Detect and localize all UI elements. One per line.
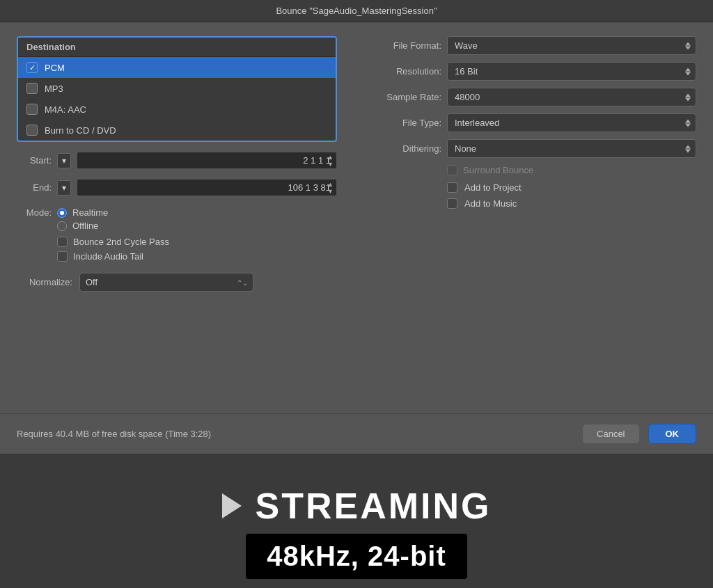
end-down-arrow[interactable]: ▼: [327, 188, 334, 194]
streaming-section: STREAMING 48kHz, 24-bit: [0, 454, 713, 588]
play-button[interactable]: [222, 493, 242, 518]
end-spinner[interactable]: ▲ ▼: [327, 181, 334, 194]
sample-rate-select-wrapper: 44100 48000 96000 192000: [447, 88, 696, 106]
end-dropdown-button[interactable]: ▾: [57, 180, 71, 196]
surround-bounce-row: Surround Bounce: [447, 165, 696, 175]
dithering-select-wrapper: None POW-r 1 POW-r 2 POW-r 3: [447, 139, 696, 158]
offline-row: Offline: [57, 221, 337, 231]
end-label: End:: [17, 182, 52, 193]
add-to-project-row: Add to Project: [447, 182, 696, 193]
bounce2nd-label: Bounce 2nd Cycle Pass: [73, 237, 169, 247]
main-dialog: Destination ✓ PCM MP3 M4A: AAC: [0, 22, 713, 454]
destination-header: Destination: [18, 38, 336, 57]
start-spinner[interactable]: ▲ ▼: [327, 154, 334, 167]
destination-burncd[interactable]: Burn to CD / DVD: [18, 120, 336, 141]
normalize-row: Normalize: Off On: [17, 273, 337, 292]
sample-rate-select[interactable]: 44100 48000 96000 192000: [447, 88, 696, 106]
mode-offline-radio[interactable]: [57, 221, 67, 231]
button-group: Cancel OK: [582, 424, 696, 444]
start-row: Start: ▾ 2 1 1 1 ▲ ▼: [17, 152, 337, 169]
end-up-arrow[interactable]: ▲: [327, 181, 334, 187]
streaming-row: STREAMING: [222, 485, 492, 527]
normalize-label: Normalize:: [17, 277, 72, 287]
resolution-select[interactable]: 16 Bit 24 Bit 32 Bit: [447, 62, 696, 81]
surround-bounce-checkbox[interactable]: [447, 165, 457, 175]
file-type-row: File Type: Interleaved Split: [365, 113, 696, 132]
checkbox-options: Bounce 2nd Cycle Pass Include Audio Tail: [57, 237, 337, 262]
add-to-music-row: Add to Music: [447, 198, 696, 209]
sample-rate-row: Sample Rate: 44100 48000 96000 192000: [365, 88, 696, 106]
surround-bounce-label: Surround Bounce: [463, 165, 533, 175]
radio-dot-realtime: [60, 211, 64, 215]
file-format-row: File Format: Wave AIFF CAF: [365, 36, 696, 55]
audiotail-label: Include Audio Tail: [73, 251, 143, 262]
dithering-select[interactable]: None POW-r 1 POW-r 2 POW-r 3: [447, 139, 696, 158]
audiotail-row: Include Audio Tail: [57, 251, 337, 262]
normalize-select-wrapper: Off On: [79, 273, 253, 292]
end-row: End: ▾ 106 1 3 81 ▲ ▼: [17, 179, 337, 196]
destination-burncd-label: Burn to CD / DVD: [45, 125, 116, 136]
file-type-select[interactable]: Interleaved Split: [447, 113, 696, 132]
ok-button[interactable]: OK: [648, 424, 697, 444]
start-value-box[interactable]: 2 1 1 1 ▲ ▼: [77, 152, 337, 169]
normalize-select[interactable]: Off On: [79, 273, 253, 292]
add-to-project-checkbox[interactable]: [447, 182, 457, 193]
dithering-label: Dithering:: [365, 143, 441, 154]
start-up-arrow[interactable]: ▲: [327, 154, 334, 160]
start-label: Start:: [17, 155, 52, 166]
start-value: 2 1 1 1: [303, 155, 331, 166]
left-panel: Destination ✓ PCM MP3 M4A: AAC: [17, 36, 337, 292]
destination-pcm[interactable]: ✓ PCM: [18, 57, 336, 78]
mode-row: Mode: Realtime: [17, 207, 337, 218]
cancel-button[interactable]: Cancel: [582, 424, 639, 444]
mode-realtime-label: Realtime: [72, 207, 108, 218]
start-down-arrow[interactable]: ▼: [327, 161, 334, 167]
mode-realtime-radio[interactable]: [57, 208, 67, 218]
add-to-music-label: Add to Music: [464, 198, 517, 209]
file-format-select-wrapper: Wave AIFF CAF: [447, 36, 696, 55]
file-type-select-wrapper: Interleaved Split: [447, 113, 696, 132]
streaming-label: STREAMING: [256, 485, 492, 527]
bounce2nd-row: Bounce 2nd Cycle Pass: [57, 237, 337, 247]
file-format-select[interactable]: Wave AIFF CAF: [447, 36, 696, 55]
mode-offline-label: Offline: [72, 221, 98, 231]
destination-m4a-label: M4A: AAC: [45, 104, 86, 115]
bounce2nd-checkbox[interactable]: [57, 237, 68, 247]
mode-section: Mode: Realtime Offline Bounce 2nd Cycle …: [17, 207, 337, 262]
start-dropdown-button[interactable]: ▾: [57, 153, 71, 168]
disk-space-info: Requires 40.4 MB of free disk space (Tim…: [17, 429, 211, 439]
checkmark-pcm: ✓: [29, 63, 36, 72]
checkbox-burncd: [26, 125, 38, 136]
bottom-bar: Requires 40.4 MB of free disk space (Tim…: [0, 413, 713, 454]
sample-rate-label: Sample Rate:: [365, 92, 441, 102]
resolution-select-wrapper: 16 Bit 24 Bit 32 Bit: [447, 62, 696, 81]
checkbox-mp3: [26, 83, 38, 94]
resolution-row: Resolution: 16 Bit 24 Bit 32 Bit: [365, 62, 696, 81]
destination-pcm-label: PCM: [45, 63, 65, 73]
add-to-music-checkbox[interactable]: [447, 198, 457, 209]
chevron-down-icon-end: ▾: [62, 183, 66, 193]
mode-label: Mode:: [17, 207, 52, 218]
bit-rate-badge: 48kHz, 24-bit: [246, 534, 467, 579]
audiotail-checkbox[interactable]: [57, 251, 68, 262]
checkbox-pcm: ✓: [26, 62, 38, 73]
destination-m4a[interactable]: M4A: AAC: [18, 99, 336, 120]
checkbox-m4a: [26, 104, 38, 115]
destination-list: Destination ✓ PCM MP3 M4A: AAC: [17, 36, 337, 142]
chevron-down-icon: ▾: [62, 156, 66, 166]
dialog-title: Bounce "SageAudio_MasteringSession": [276, 6, 437, 16]
end-value-box[interactable]: 106 1 3 81 ▲ ▼: [77, 179, 337, 196]
file-format-label: File Format:: [365, 40, 441, 51]
destination-mp3[interactable]: MP3: [18, 78, 336, 99]
resolution-label: Resolution:: [365, 66, 441, 77]
add-to-project-label: Add to Project: [464, 182, 522, 193]
right-panel: File Format: Wave AIFF CAF Resolution:: [365, 36, 696, 292]
end-value: 106 1 3 81: [288, 182, 331, 193]
dithering-row: Dithering: None POW-r 1 POW-r 2 POW-r 3: [365, 139, 696, 158]
title-bar: Bounce "SageAudio_MasteringSession": [0, 0, 713, 22]
file-type-label: File Type:: [365, 118, 441, 128]
destination-mp3-label: MP3: [45, 84, 63, 94]
